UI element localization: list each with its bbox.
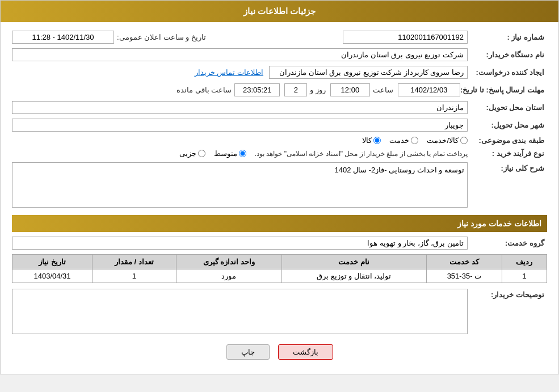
delivery-province-label: استان محل تحویل: — [468, 103, 547, 112]
delivery-city-value: جویبار — [12, 119, 468, 132]
announce-date-label: تاریخ و ساعت اعلان عمومی: — [117, 33, 206, 41]
deadline-days: 2 — [284, 83, 307, 96]
col-unit: واحد اندازه گیری — [176, 255, 281, 269]
category-label-kala-khedmat: کالا/خدمت — [427, 136, 459, 145]
col-quantity: تعداد / مقدار — [93, 255, 176, 269]
creator-label: ایجاد کننده درخواست: — [468, 68, 547, 77]
cell-quantity: 1 — [93, 269, 176, 283]
need-number-value: 1102001167001192 — [343, 31, 468, 44]
purchase-type-radio-group: پرداخت تمام یا بخشی از مبلغ خریدار از مح… — [179, 149, 468, 158]
purchase-type-label: نوع فرآیند خرید : — [468, 149, 547, 158]
description-row: شرح کلی نیاز: — [12, 162, 547, 209]
buyer-desc-row: توصیحات خریدار: — [12, 289, 547, 336]
cell-date: 1403/04/31 — [12, 269, 93, 283]
category-label-khedmat: خدمت — [389, 136, 409, 145]
buyer-desc-textarea[interactable] — [12, 289, 468, 334]
buyer-org-value: شرکت توزیع نیروی برق استان مازندران — [12, 48, 468, 61]
category-option-kala-khedmat: کالا/خدمت — [427, 136, 468, 145]
page-header: جزئیات اطلاعات نیاز — [1, 1, 558, 22]
cell-name: تولید، انتقال و توزیع برق — [281, 269, 426, 283]
service-group-label: گروه خدمت: — [468, 239, 547, 247]
purchase-type-label-motavasset: متوسط — [214, 149, 237, 158]
deadline-time: 12:00 — [330, 83, 370, 96]
back-button[interactable]: بازگشت — [278, 344, 333, 360]
button-row: بازگشت چاپ — [12, 344, 547, 360]
purchase-type-row: نوع فرآیند خرید : پرداخت تمام یا بخشی از… — [12, 149, 547, 158]
delivery-city-row: شهر محل تحویل: جویبار — [12, 119, 547, 132]
purchase-type-option-jozi: جزیی — [179, 149, 205, 158]
deadline-row: مهلت ارسال پاسخ: تا تاریخ: 1402/12/03 سا… — [12, 83, 547, 96]
description-textarea[interactable] — [12, 162, 468, 208]
deadline-day-label: روز و — [310, 86, 326, 94]
cell-code: ت -35-351 — [426, 269, 502, 283]
services-table: ردیف کد خدمت نام خدمت واحد اندازه گیری ت… — [12, 254, 547, 283]
col-name: نام خدمت — [281, 255, 426, 269]
purchase-type-radio-jozi[interactable] — [198, 150, 205, 157]
creator-row: ایجاد کننده درخواست: رضا سروی کاربرداز ش… — [12, 66, 547, 79]
page-title: جزئیات اطلاعات نیاز — [243, 6, 316, 16]
creator-value: رضا سروی کاربرداز شرکت توزیع نیروی برق ا… — [269, 66, 468, 79]
purchase-type-long-text: پرداخت تمام یا بخشی از مبلغ خریدار از مح… — [255, 150, 468, 158]
category-radio-group: کالا/خدمت خدمت کالا — [362, 136, 468, 145]
col-code: کد خدمت — [426, 255, 502, 269]
delivery-province-row: استان محل تحویل: مازندران — [12, 101, 547, 114]
buyer-org-row: نام دستگاه خریدار: شرکت توزیع نیروی برق … — [12, 48, 547, 61]
category-radio-kala-khedmat[interactable] — [460, 137, 468, 144]
print-button[interactable]: چاپ — [226, 344, 270, 360]
category-option-khedmat: خدمت — [389, 136, 418, 145]
table-row: 1 ت -35-351 تولید، انتقال و توزیع برق مو… — [12, 269, 547, 283]
deadline-date: 1402/12/03 — [398, 83, 460, 96]
cell-unit: مورد — [176, 269, 281, 283]
need-number-row: شماره نیاز : 1102001167001192 تاریخ و سا… — [12, 31, 547, 44]
cell-row: 1 — [502, 269, 547, 283]
need-number-label: شماره نیاز : — [468, 33, 547, 41]
deadline-remaining-label: ساعت باقی مانده — [176, 86, 232, 94]
purchase-type-label-jozi: جزیی — [179, 149, 196, 158]
content-area: شماره نیاز : 1102001167001192 تاریخ و سا… — [1, 22, 558, 374]
buyer-org-label: نام دستگاه خریدار: — [468, 50, 547, 59]
description-container — [12, 162, 468, 209]
contact-link[interactable]: اطلاعات تماس خریدار — [195, 68, 263, 77]
delivery-province-value: مازندران — [12, 101, 468, 114]
purchase-type-option-motavasset: متوسط — [214, 149, 246, 158]
category-radio-khedmat[interactable] — [411, 137, 418, 144]
service-group-value: تامین برق، گاز، بخار و تهویه هوا — [12, 237, 468, 250]
col-date: تاریخ نیاز — [12, 255, 93, 269]
category-label: طبقه بندی موضوعی: — [468, 136, 547, 145]
announce-date-value: 1402/11/30 - 11:28 — [12, 31, 114, 44]
category-label-kala: کالا — [362, 136, 372, 145]
description-label: شرح کلی نیاز: — [468, 162, 547, 172]
buyer-desc-label: توصیحات خریدار: — [468, 289, 547, 299]
deadline-time-label: ساعت — [373, 86, 393, 94]
deadline-remaining: 23:05:21 — [234, 83, 280, 96]
service-section-title: اطلاعات خدمات مورد نیاز — [12, 215, 547, 232]
deadline-label: مهلت ارسال پاسخ: تا تاریخ: — [460, 86, 547, 94]
page-wrapper: جزئیات اطلاعات نیاز شماره نیاز : 1102001… — [0, 0, 559, 374]
category-row: طبقه بندی موضوعی: کالا/خدمت خدمت کالا — [12, 136, 547, 145]
delivery-city-label: شهر محل تحویل: — [468, 121, 547, 129]
col-row: ردیف — [502, 255, 547, 269]
buyer-desc-container — [12, 289, 468, 336]
service-group-row: گروه خدمت: تامین برق، گاز، بخار و تهویه … — [12, 237, 547, 250]
purchase-type-radio-motavasset[interactable] — [239, 150, 246, 157]
category-radio-kala[interactable] — [373, 137, 381, 144]
category-option-kala: کالا — [362, 136, 381, 145]
